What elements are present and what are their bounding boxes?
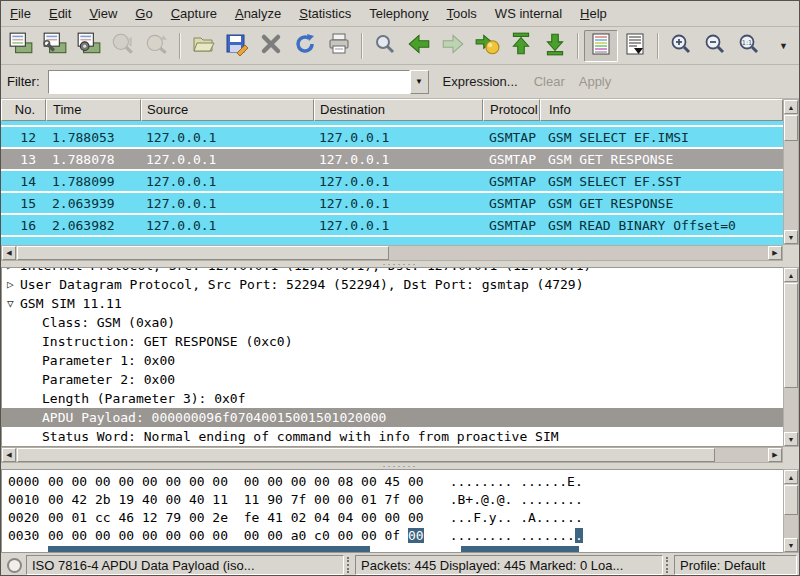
hex-ascii[interactable]: ........ ......E.	[450, 474, 583, 489]
menu-statistics[interactable]: Statistics	[290, 2, 360, 25]
menu-edit[interactable]: Edit	[40, 2, 80, 25]
find-packet-button[interactable]	[368, 30, 402, 62]
menu-help[interactable]: Help	[571, 2, 616, 25]
column-header-protocol[interactable]: Protocol	[483, 99, 540, 121]
colorize-button[interactable]	[584, 30, 618, 62]
menu-ws-internal[interactable]: WS internal	[486, 2, 571, 25]
scrollbar-thumb[interactable]	[17, 246, 389, 260]
menu-analyze[interactable]: Analyze	[226, 2, 290, 25]
detail-row[interactable]: ▷User Datagram Protocol, Src Port: 52294…	[2, 275, 783, 294]
auto-scroll-button[interactable]	[618, 30, 652, 62]
scroll-right-button[interactable]: ▶	[768, 448, 782, 462]
hex-ascii[interactable]: ...F.y.. .A......	[450, 510, 583, 525]
detail-row[interactable]: ▽GSM SIM 11.11	[2, 294, 783, 313]
hex-ascii[interactable]: .B+.@.@. ........	[450, 492, 583, 507]
go-to-top-button[interactable]	[504, 30, 538, 62]
cell-protocol: GSMTAP	[483, 149, 540, 169]
detail-row[interactable]: Instruction: GET RESPONSE (0xc0)	[2, 332, 783, 351]
scrollbar-thumb[interactable]	[17, 448, 715, 462]
zoom-out-button[interactable]	[698, 30, 732, 62]
hex-bytes[interactable]: 00 42 2b 19 40 00 40 11 11 90 7f 00 00 0…	[48, 492, 424, 507]
capture-options-button[interactable]	[38, 30, 72, 62]
menu-view[interactable]: View	[80, 2, 126, 25]
scroll-up-button[interactable]: ▲	[784, 100, 798, 114]
expander-icon[interactable]: ▷	[7, 267, 14, 272]
hex-row[interactable]: 002000 01 cc 46 12 79 00 2e fe 41 02 04 …	[2, 508, 783, 526]
detail-row-selected[interactable]: APDU Payload: 000000096f0704001500150102…	[2, 408, 783, 427]
detail-row[interactable]: Parameter 1: 0x00	[2, 351, 783, 370]
go-back-button[interactable]	[402, 30, 436, 62]
detail-row[interactable]: Class: GSM (0xa0)	[2, 313, 783, 332]
hex-bytes[interactable]: 00 00 00 00 00 00 00 00 00 00 a0 c0 00 0…	[48, 528, 408, 543]
capture-restart-button[interactable]	[140, 30, 174, 62]
hex-bytes[interactable]: 00 00 00 00 00 00 00 00 00 00 00 00 08 0…	[48, 474, 424, 489]
go-to-bottom-button[interactable]	[538, 30, 572, 62]
detail-row[interactable]: Parameter 2: 0x00	[2, 370, 783, 389]
zoom-normal-button[interactable]: 1:1	[732, 30, 766, 62]
column-header-source[interactable]: Source	[141, 99, 314, 121]
packet-row[interactable]: 162.063982127.0.0.1127.0.0.1GSMTAPGSM RE…	[1, 215, 783, 237]
expression-button[interactable]: Expression...	[443, 74, 518, 89]
scroll-right-button[interactable]: ▶	[768, 246, 782, 260]
scroll-down-button[interactable]: ▼	[784, 230, 798, 244]
scrollbar-thumb[interactable]	[784, 485, 798, 515]
scroll-up-button[interactable]: ▲	[784, 268, 798, 282]
column-header-no[interactable]: No.	[1, 99, 46, 121]
hex-ascii-highlighted[interactable]: .	[575, 528, 583, 543]
print-button[interactable]	[322, 30, 356, 62]
save-file-button[interactable]	[220, 30, 254, 62]
scroll-down-button[interactable]: ▼	[784, 538, 798, 552]
column-header-destination[interactable]: Destination	[314, 99, 483, 121]
hex-row-partial[interactable]	[2, 544, 783, 553]
open-file-button[interactable]	[186, 30, 220, 62]
menu-file[interactable]: File	[1, 2, 40, 25]
menu-capture[interactable]: Capture	[162, 2, 226, 25]
capture-start-button[interactable]	[72, 30, 106, 62]
scroll-left-button[interactable]: ◀	[2, 246, 16, 260]
hex-vertical-scrollbar[interactable]: ▲ ▼	[783, 469, 799, 553]
hex-row[interactable]: 001000 42 2b 19 40 00 40 11 11 90 7f 00 …	[2, 490, 783, 508]
menu-go[interactable]: Go	[126, 2, 161, 25]
filter-input[interactable]	[48, 70, 410, 94]
status-profile[interactable]: Profile: Default	[674, 555, 797, 575]
expander-icon[interactable]: ▷	[7, 278, 14, 291]
detail-row[interactable]: Length (Parameter 3): 0x0f	[2, 389, 783, 408]
column-header-info[interactable]: Info	[540, 99, 783, 121]
packet-row[interactable]: 121.788053127.0.0.1127.0.0.1GSMTAPGSM SE…	[1, 127, 783, 149]
menu-telephony[interactable]: Telephony	[360, 2, 437, 25]
detail-row[interactable]: Status Word: Normal ending of command wi…	[2, 427, 783, 446]
go-to-packet-button[interactable]	[470, 30, 504, 62]
hex-bytes[interactable]: 00 01 cc 46 12 79 00 2e fe 41 02 04 04 0…	[48, 510, 424, 525]
packet-list-header: No. Time Source Destination Protocol Inf…	[1, 99, 783, 121]
apply-button[interactable]: Apply	[579, 74, 612, 89]
packet-row-selected[interactable]: 131.788078127.0.0.1127.0.0.1GSMTAPGSM GE…	[1, 149, 783, 171]
expander-icon[interactable]: ▽	[7, 297, 14, 310]
close-file-button[interactable]	[254, 30, 288, 62]
filter-combo-arrow[interactable]: ▼	[410, 70, 429, 94]
detail-row[interactable]: ▷Internet Protocol, Src: 127.0.0.1 (127.…	[2, 267, 783, 275]
packet-row-partial[interactable]	[1, 237, 783, 245]
packet-row[interactable]: 141.788099127.0.0.1127.0.0.1GSMTAPGSM SE…	[1, 171, 783, 193]
scroll-left-button[interactable]: ◀	[2, 448, 16, 462]
scrollbar-thumb[interactable]	[784, 115, 798, 141]
hex-byte-highlighted[interactable]: 00	[408, 528, 424, 543]
menu-tools[interactable]: Tools	[438, 2, 486, 25]
packet-row[interactable]: 152.063939127.0.0.1127.0.0.1GSMTAPGSM GE…	[1, 193, 783, 215]
go-forward-button[interactable]	[436, 30, 470, 62]
scrollbar-thumb[interactable]	[784, 283, 798, 388]
interface-list-button[interactable]	[4, 30, 38, 62]
toolbar-overflow-button[interactable]: ▼	[779, 41, 788, 51]
column-header-time[interactable]: Time	[46, 99, 141, 121]
hex-row[interactable]: 000000 00 00 00 00 00 00 00 00 00 00 00 …	[2, 472, 783, 490]
scroll-up-button[interactable]: ▲	[784, 470, 798, 484]
hex-row[interactable]: 003000 00 00 00 00 00 00 00 00 00 a0 c0 …	[2, 526, 783, 544]
hex-ascii[interactable]: ........ .......	[450, 528, 575, 543]
zoom-in-button[interactable]	[664, 30, 698, 62]
packet-list-vertical-scrollbar[interactable]: ▲ ▼	[783, 99, 799, 245]
scroll-down-button[interactable]: ▼	[784, 432, 798, 446]
capture-stop-button[interactable]	[106, 30, 140, 62]
expert-info-icon[interactable]	[7, 558, 22, 573]
details-vertical-scrollbar[interactable]: ▲ ▼	[783, 267, 799, 447]
clear-button[interactable]: Clear	[534, 74, 565, 89]
reload-button[interactable]	[288, 30, 322, 62]
